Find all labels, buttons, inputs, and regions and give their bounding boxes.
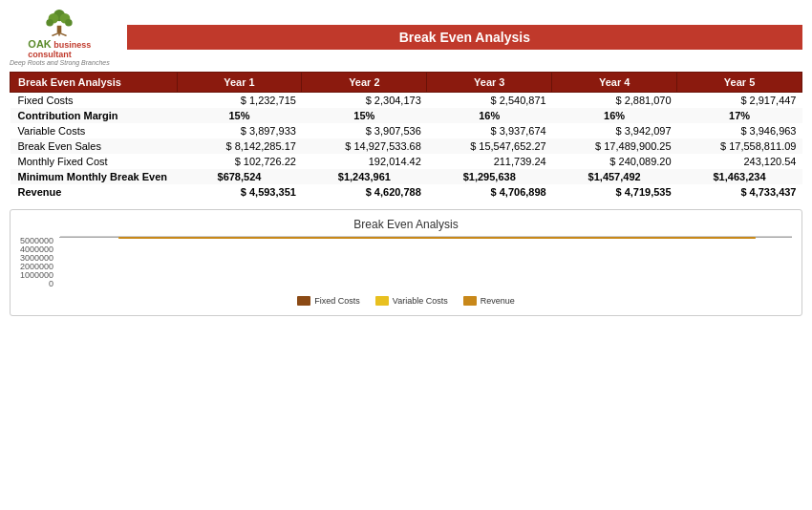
legend-swatch-fixed bbox=[297, 296, 310, 306]
row-value: $ 2,917,447 bbox=[677, 93, 802, 109]
row-pct-value: 15% bbox=[302, 108, 427, 123]
row-dollar-value: $1,457,492 bbox=[552, 169, 677, 184]
row-label: Revenue bbox=[11, 184, 178, 200]
svg-point-4 bbox=[65, 19, 73, 27]
col-header-yr2: Year 2 bbox=[302, 73, 427, 93]
col-header-yr4: Year 4 bbox=[552, 73, 677, 93]
table-row: Variable Costs$ 3,897,933$ 3,907,536$ 3,… bbox=[11, 123, 802, 138]
legend-label-revenue: Revenue bbox=[481, 296, 515, 306]
y-axis: 5000000 4000000 3000000 2000000 1000000 … bbox=[20, 237, 53, 288]
row-value: $ 4,593,351 bbox=[177, 184, 302, 200]
chart-container: Break Even Analysis 5000000 4000000 3000… bbox=[10, 209, 802, 316]
legend-label-fixed: Fixed Costs bbox=[314, 296, 360, 306]
col-header-yr1: Year 1 bbox=[177, 73, 302, 93]
row-label: Variable Costs bbox=[11, 123, 178, 138]
row-value: 192,014.42 bbox=[302, 154, 427, 169]
logo-brand: OAK businessconsultant bbox=[28, 38, 91, 59]
row-value: $ 3,942,097 bbox=[552, 123, 677, 138]
svg-rect-5 bbox=[57, 26, 62, 33]
page-title-banner: Break Even Analysis bbox=[127, 25, 802, 50]
row-value: $ 2,881,070 bbox=[552, 93, 677, 109]
break-even-table: Break Even Analysis Year 1 Year 2 Year 3… bbox=[10, 72, 802, 200]
row-value: $ 3,937,674 bbox=[427, 123, 552, 138]
row-value: $ 2,304,173 bbox=[302, 93, 427, 109]
row-value: $ 2,540,871 bbox=[427, 93, 552, 109]
legend-swatch-revenue bbox=[463, 296, 477, 306]
table-row: Break Even Sales$ 8,142,285.17$ 14,927,5… bbox=[11, 138, 802, 154]
chart-title: Break Even Analysis bbox=[20, 218, 792, 231]
row-value: $ 8,142,285.17 bbox=[177, 138, 302, 154]
row-value: $ 1,232,715 bbox=[177, 93, 302, 109]
row-pct-value: 16% bbox=[427, 108, 552, 123]
chart-plot bbox=[59, 237, 792, 238]
svg-line-6 bbox=[53, 32, 60, 35]
row-value: $ 17,489,900.25 bbox=[552, 138, 677, 154]
row-value: 211,739.24 bbox=[427, 154, 552, 169]
revenue-trend-line bbox=[118, 237, 755, 239]
row-pct-value: 17% bbox=[677, 108, 802, 123]
table-row: Minimum Monthly Break Even$678,524$1,243… bbox=[11, 169, 802, 184]
legend-fixed-costs: Fixed Costs bbox=[297, 296, 360, 306]
row-value: $ 102,726.22 bbox=[177, 154, 302, 169]
legend-variable-costs: Variable Costs bbox=[375, 296, 448, 306]
row-value: $ 17,558,811.09 bbox=[677, 138, 802, 154]
col-header-yr5: Year 5 bbox=[677, 73, 802, 93]
row-value: $ 4,620,788 bbox=[302, 184, 427, 200]
row-value: $ 14,927,533.68 bbox=[302, 138, 427, 154]
row-dollar-value: $1,243,961 bbox=[302, 169, 427, 184]
logo-tagline: Deep Roots and Strong Branches bbox=[10, 59, 110, 66]
logo-area: OAK businessconsultant Deep Roots and St… bbox=[10, 8, 110, 66]
row-pct-value: 16% bbox=[552, 108, 677, 123]
row-dollar-value: $1,295,638 bbox=[427, 169, 552, 184]
legend-swatch-variable bbox=[375, 296, 389, 306]
row-value: $ 240,089.20 bbox=[552, 154, 677, 169]
legend-revenue: Revenue bbox=[463, 296, 515, 306]
header: OAK businessconsultant Deep Roots and St… bbox=[10, 8, 802, 66]
row-value: $ 3,946,963 bbox=[677, 123, 802, 138]
table-row: Contribution Margin15%15%16%16%17% bbox=[11, 108, 802, 123]
row-value: $ 3,907,536 bbox=[302, 123, 427, 138]
row-label: Fixed Costs bbox=[11, 93, 178, 109]
oak-logo-icon bbox=[41, 8, 77, 36]
col-header-label: Break Even Analysis bbox=[11, 73, 178, 93]
legend-label-variable: Variable Costs bbox=[393, 296, 448, 306]
col-header-yr3: Year 3 bbox=[427, 73, 552, 93]
table-row: Revenue$ 4,593,351$ 4,620,788$ 4,706,898… bbox=[11, 184, 802, 200]
row-value: $ 4,706,898 bbox=[427, 184, 552, 200]
svg-line-7 bbox=[59, 32, 67, 35]
row-value: $ 3,897,933 bbox=[177, 123, 302, 138]
row-label: Contribution Margin bbox=[11, 108, 178, 123]
row-dollar-value: $678,524 bbox=[177, 169, 302, 184]
row-dollar-value: $1,463,234 bbox=[677, 169, 802, 184]
y-label-0: 0 bbox=[49, 280, 53, 288]
table-row: Monthly Fixed Cost$ 102,726.22192,014.42… bbox=[11, 154, 802, 169]
svg-point-3 bbox=[47, 19, 54, 27]
row-value: 243,120.54 bbox=[677, 154, 802, 169]
row-value: $ 4,733,437 bbox=[677, 184, 802, 200]
row-label: Monthly Fixed Cost bbox=[11, 154, 178, 169]
row-value: $ 15,547,652.27 bbox=[427, 138, 552, 154]
row-label: Minimum Monthly Break Even bbox=[11, 169, 178, 184]
chart-legend: Fixed Costs Variable Costs Revenue bbox=[20, 296, 792, 306]
row-value: $ 4,719,535 bbox=[552, 184, 677, 200]
row-label: Break Even Sales bbox=[11, 138, 178, 154]
table-row: Fixed Costs$ 1,232,715$ 2,304,173$ 2,540… bbox=[11, 93, 802, 109]
row-pct-value: 15% bbox=[177, 108, 302, 123]
